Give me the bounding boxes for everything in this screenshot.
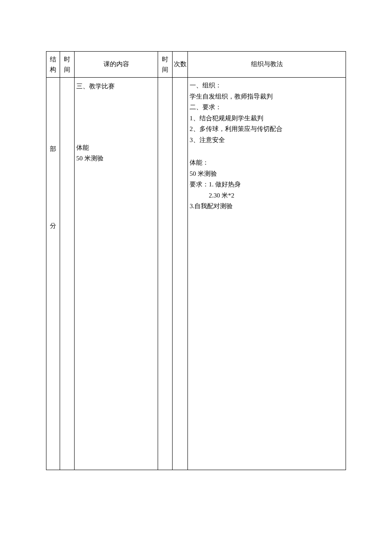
- header-method-label: 组织与教法: [251, 61, 283, 67]
- header-time2-char2: 间: [159, 64, 171, 75]
- header-structure-char2: 构: [47, 64, 59, 75]
- method-s1-line3: 二、要求：: [190, 102, 344, 113]
- cell-structure: 部 分: [46, 78, 60, 470]
- header-method: 组织与教法: [188, 52, 346, 78]
- method-s2-line3: 要求：1. 做好热身: [190, 179, 344, 190]
- header-count: 次数: [173, 52, 188, 78]
- cell-time2: [158, 78, 173, 470]
- lesson-plan-table: 结 构 时 间 课的内容 时 间 次数 组织与教法 部: [46, 51, 346, 470]
- header-structure: 结 构: [46, 52, 60, 78]
- cell-content: 三、教学比赛 体能 50 米测验: [75, 78, 158, 470]
- structure-char-1: 部: [46, 144, 60, 155]
- header-time1-char2: 间: [61, 64, 73, 75]
- method-s2-line5: 3.自我配对测验: [190, 201, 344, 212]
- method-s1-line1: 一、组织：: [190, 80, 344, 91]
- header-content-label: 课的内容: [104, 61, 129, 67]
- content-section1-line1: 三、教学比赛: [76, 81, 156, 92]
- header-time2: 时 间: [158, 52, 173, 78]
- cell-count: [173, 78, 188, 470]
- cell-method: 一、组织： 学生自发组织，教师指导裁判 二、要求： 1、结合犯规规则学生裁判 2…: [188, 78, 346, 470]
- header-count-label: 次数: [174, 61, 187, 67]
- header-time1: 时 间: [60, 52, 75, 78]
- header-structure-char1: 结: [47, 54, 59, 64]
- method-block: 一、组织： 学生自发组织，教师指导裁判 二、要求： 1、结合犯规规则学生裁判 2…: [189, 79, 345, 212]
- method-s2-line2: 50 米测验: [190, 169, 344, 180]
- cell-time1: [60, 78, 75, 470]
- content-block: 三、教学比赛 体能 50 米测验: [75, 79, 157, 164]
- method-s1-line4: 1、结合犯规规则学生裁判: [190, 113, 344, 124]
- structure-char-2: 分: [46, 221, 60, 232]
- method-section2: 体能： 50 米测验 要求：1. 做好热身 2.30 米*2 3.自我配对测验: [190, 157, 344, 212]
- header-row: 结 构 时 间 课的内容 时 间 次数 组织与教法: [46, 52, 346, 78]
- content-section2: 体能 50 米测验: [76, 142, 156, 164]
- method-s1-line2: 学生自发组织，教师指导裁判: [190, 91, 344, 102]
- header-time1-char1: 时: [61, 54, 73, 64]
- body-row: 部 分 三、教学比赛 体能 50 米测验 一、组织： 学生自发组织，教师指导裁判: [46, 78, 346, 470]
- method-s1-line5: 2、多传球，利用策应与传切配合: [190, 124, 344, 135]
- method-s1-line6: 3、注意安全: [190, 135, 344, 146]
- lesson-plan-page: 结 构 时 间 课的内容 时 间 次数 组织与教法 部: [0, 0, 392, 513]
- method-s2-line1: 体能：: [190, 157, 344, 169]
- header-time2-char1: 时: [159, 54, 171, 64]
- content-section2-line1: 体能: [76, 142, 156, 154]
- header-content: 课的内容: [75, 52, 158, 78]
- method-s2-line4: 2.30 米*2: [190, 190, 344, 201]
- content-section2-line2: 50 米测验: [76, 153, 156, 164]
